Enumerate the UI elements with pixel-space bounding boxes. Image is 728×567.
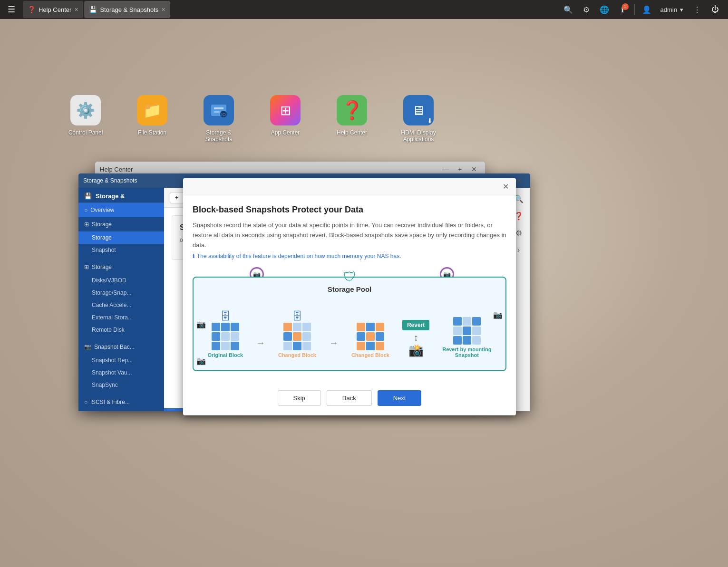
db-icon-area-1: 🗄 <box>220 310 231 323</box>
more-options-button[interactable]: ⋮ <box>689 1 705 18</box>
sidebar-item-snapsync[interactable]: SnapSync <box>78 379 164 391</box>
ss-sidebar-header: 💾 Storage & <box>78 188 164 203</box>
cb28 <box>366 342 375 350</box>
db-icon-1: 🗄 <box>220 310 231 323</box>
sidebar-item-storage-snap[interactable]: Storage/Snap... <box>78 287 164 299</box>
help-tab-close[interactable]: ✕ <box>74 7 78 13</box>
help-center-minimize-button[interactable]: — <box>439 164 452 174</box>
sidebar-item-overview[interactable]: ○ Overview <box>78 203 164 217</box>
tab-help-center[interactable]: ❓ Help Center ✕ <box>23 1 83 18</box>
cb4 <box>283 332 292 341</box>
next-button[interactable]: Next <box>378 390 422 406</box>
help-center-label: Help Center <box>337 129 367 136</box>
taskbar-left: ☰ ❓ Help Center ✕ 💾 Storage & Snapshots … <box>0 1 170 18</box>
ss-tab-close[interactable]: ✕ <box>161 7 165 13</box>
cb6 <box>302 332 311 341</box>
iscsi-label: iSCSI & Fibre... <box>90 399 130 405</box>
file-station-icon[interactable]: 📁 File Station <box>133 95 171 136</box>
tasks-button[interactable]: ⚙ <box>578 1 594 18</box>
cb27 <box>357 342 365 350</box>
snapshot-icon: 📸 <box>408 343 424 358</box>
rm8 <box>463 336 471 345</box>
modal-titlebar: ✕ <box>183 178 516 195</box>
sidebar-item-snapshot-rep[interactable]: Snapshot Rep... <box>78 354 164 366</box>
ss-tab-label: Storage & Snapshots <box>100 6 158 13</box>
svg-rect-2 <box>214 111 220 113</box>
add-pool-button[interactable]: + <box>170 192 184 203</box>
storage-section-icon: ⊞ <box>84 221 89 228</box>
cb26 <box>376 332 384 341</box>
db-icon-area-2: 🗄 <box>292 310 302 323</box>
cb3 <box>302 323 311 331</box>
sidebar-item-disks[interactable]: Disks/VJBOD <box>78 274 164 287</box>
sidebar-item-storage[interactable]: Storage <box>78 231 164 244</box>
b6 <box>231 332 239 341</box>
hdmi-display-icon[interactable]: 🖥 ⬇ HDMI Display Applications <box>399 95 437 143</box>
sidebar-item-snapshot[interactable]: Snapshot <box>78 244 164 256</box>
cb22 <box>366 323 375 331</box>
rm3 <box>472 317 481 326</box>
original-block-col: 🗄 <box>207 310 243 358</box>
info-icon: ℹ <box>193 253 195 259</box>
sidebar-item-remote[interactable]: Remote Disk <box>78 324 164 336</box>
help-tab-icon: ❓ <box>28 6 36 13</box>
sidebar-item-snapshot-vault[interactable]: Snapshot Vau... <box>78 366 164 379</box>
snapshot-group-label: Snapshot Bac... <box>94 344 135 350</box>
rm1 <box>453 317 462 326</box>
user-icon-button[interactable]: 👤 <box>639 1 655 18</box>
hamburger-menu-button[interactable]: ☰ <box>3 1 20 18</box>
help-center-close-button[interactable]: ✕ <box>468 164 480 174</box>
help-center-icon[interactable]: ❓ Help Center <box>333 95 371 136</box>
admin-user-button[interactable]: admin ▾ <box>657 1 687 18</box>
search-button[interactable]: 🔍 <box>560 1 576 18</box>
modal-note-text: The availability of this feature is depe… <box>197 253 401 259</box>
changed-block-label-1: Changed Block <box>278 352 316 358</box>
network-button[interactable]: 🌐 <box>596 1 612 18</box>
cb8 <box>293 342 301 350</box>
app-center-icon[interactable]: ⊞ App Center <box>266 95 304 136</box>
bottom-left-camera-icon: 📷 <box>196 356 206 365</box>
revert-button[interactable]: Revert <box>402 320 429 330</box>
sidebar-item-storage-group[interactable]: ⊞ Storage <box>78 260 164 274</box>
diagram-wrapper: 📷 📷 🛡 Storage Pool 🗄 <box>193 267 506 371</box>
storage-snapshots-icon-img: IO <box>204 95 234 125</box>
b3 <box>231 323 239 331</box>
b9 <box>231 342 239 350</box>
notification-button[interactable]: ℹ 1 <box>614 1 631 18</box>
arrow-1: → <box>256 337 265 348</box>
cb9 <box>302 342 311 350</box>
sidebar-item-hybridmount[interactable]: ○ HybridMount <box>78 409 164 411</box>
file-station-icon-img: 📁 <box>137 95 167 125</box>
sidebar-item-iscsi[interactable]: ○ iSCSI & Fibre... <box>78 395 164 409</box>
ss-sidebar: 💾 Storage & ○ Overview ⊞ Storage Storage… <box>78 188 164 411</box>
revert-col: Revert ↕ 📸 <box>402 320 429 358</box>
logout-button[interactable]: ⏻ <box>707 1 723 18</box>
changed-block-col-1: 🗄 <box>278 310 316 358</box>
left-camera-icon: 📷 <box>196 319 206 328</box>
diagram-inner: 🗄 <box>201 299 498 363</box>
revert-mount-col: Revert by mountingSnapshot <box>442 304 491 358</box>
file-station-label: File Station <box>138 129 166 136</box>
cb23 <box>376 323 384 331</box>
back-button[interactable]: Back <box>327 390 372 406</box>
desktop: ☰ ❓ Help Center ✕ 💾 Storage & Snapshots … <box>0 0 728 567</box>
changed-block-grid-2 <box>357 323 384 350</box>
cb29 <box>376 342 384 350</box>
hdmi-display-label: HDMI Display Applications <box>399 129 437 143</box>
sidebar-item-external[interactable]: External Stora... <box>78 311 164 324</box>
modal-close-button[interactable]: ✕ <box>501 182 510 192</box>
sidebar-item-snapshot-bac-group[interactable]: 📷 Snapshot Bac... <box>78 340 164 354</box>
tab-storage-snapshots[interactable]: 💾 Storage & Snapshots ✕ <box>84 1 170 18</box>
cb25 <box>366 332 375 341</box>
control-panel-icon[interactable]: ⚙️ Control Panel <box>67 95 105 136</box>
help-center-maximize-button[interactable]: + <box>454 164 466 174</box>
overview-icon: ○ <box>84 207 87 213</box>
rm9 <box>472 336 481 345</box>
skip-button[interactable]: Skip <box>278 390 321 406</box>
taskbar-divider <box>634 4 635 15</box>
app-center-icon-img: ⊞ <box>270 95 301 125</box>
storage-snapshots-icon[interactable]: IO Storage & Snapshots <box>200 95 238 143</box>
sidebar-item-storage-section[interactable]: ⊞ Storage <box>78 217 164 231</box>
changed-block-label-2: Changed Block <box>351 352 389 358</box>
sidebar-item-cache[interactable]: Cache Accele... <box>78 299 164 311</box>
